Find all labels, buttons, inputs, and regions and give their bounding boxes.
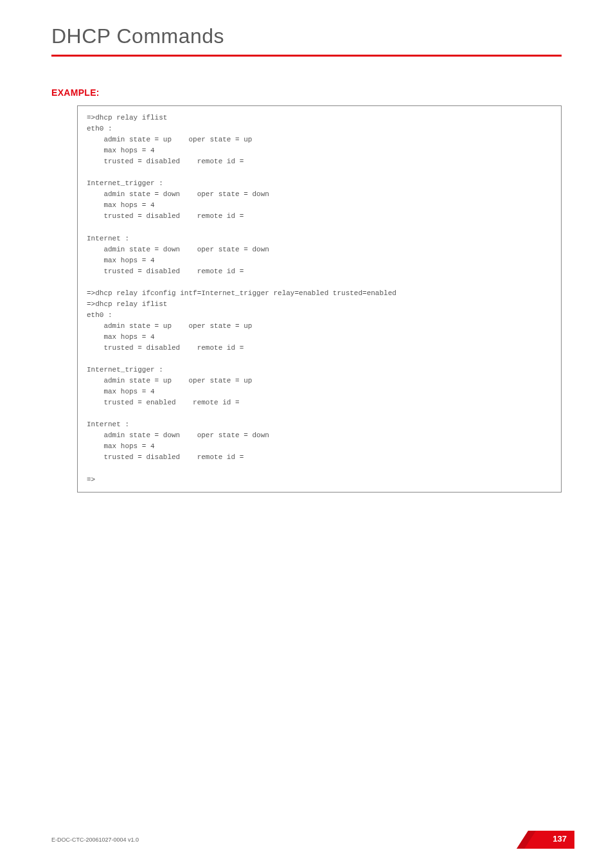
- page-number: 137: [553, 834, 567, 844]
- footer-doc-id: E-DOC-CTC-20061027-0004 v1.0: [51, 836, 139, 843]
- example-heading: EXAMPLE:: [0, 57, 613, 98]
- page-title: DHCP Commands: [0, 0, 613, 48]
- page-number-badge: 137: [517, 831, 574, 849]
- code-example: =>dhcp relay iflist eth0 : admin state =…: [77, 105, 562, 493]
- footer: E-DOC-CTC-20061027-0004 v1.0 137: [51, 831, 574, 849]
